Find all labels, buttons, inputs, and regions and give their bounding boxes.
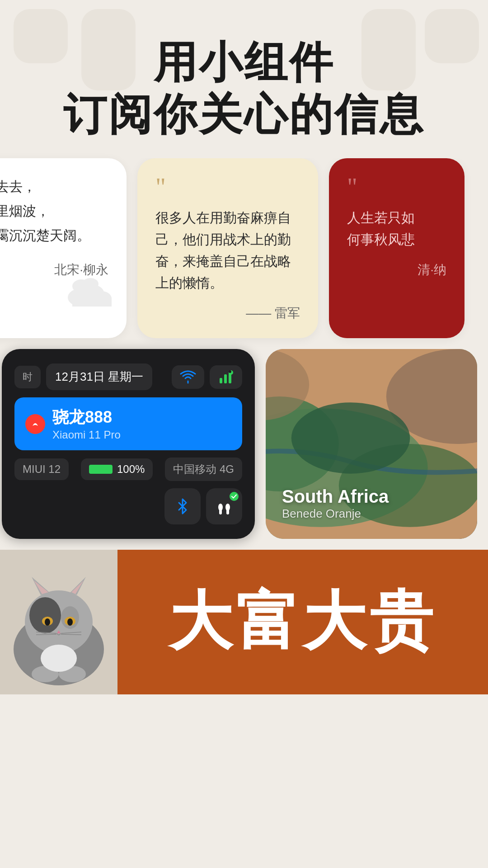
lei-jun-author: —— 雷军 [155,305,300,322]
svg-point-26 [29,597,61,633]
device-battery: 100% [81,458,153,480]
bluetooth-icon [176,497,189,515]
device-date: 12月31日 星期一 [46,363,152,390]
map-country: South Africa [282,486,389,507]
hero-title-line2: 订阅你关心的信息 [27,88,461,140]
battery-percent: 100% [117,463,145,476]
bluetooth-icon-btn [164,488,201,524]
cloud-deco [63,275,117,311]
device-chip-row: 骁龙888 Xiaomi 11 Pro [14,397,242,450]
device-card: 时 12月31日 星期一 [2,349,255,539]
wifi-icon [180,370,196,384]
airpods-icon-btn [206,488,242,524]
device-network: 中国移动 4G [165,458,242,481]
quote-cards-row: 念去去， 千里烟波， 暮霭沉沉楚天阔。 北宋·柳永 " 很多人在用勤奋麻痹自己，… [0,158,488,349]
lei-jun-text: 很多人在用勤奋麻痹自己，他们用战术上的勤奋，来掩盖自己在战略上的懒惰。 [155,207,300,294]
svg-point-35 [67,618,73,626]
quote-mark-cream: " [155,175,300,200]
poem-card: 念去去， 千里烟波， 暮霭沉沉楚天阔。 北宋·柳永 [0,158,127,338]
nalan-author: 清·纳 [347,261,446,278]
wifi-icon-btn [172,365,204,389]
map-region: Benede Oranje [282,507,389,521]
svg-line-38 [36,634,56,635]
svg-line-40 [61,634,81,635]
svg-point-34 [45,618,50,626]
hero-title-line1: 用小组件 [27,36,461,88]
quote-mark-red: " [347,175,446,200]
fortune-card: 大富大贵 [117,550,488,694]
svg-rect-3 [72,297,112,307]
battery-bar [89,465,113,474]
lei-jun-card: " 很多人在用勤奋麻痹自己，他们用战术上的勤奋，来掩盖自己在战略上的懒惰。 ——… [137,158,318,338]
svg-rect-15 [226,509,229,514]
nalan-text: 人生若只如何事秋风悲 [347,207,446,250]
hero-title: 用小组件 订阅你关心的信息 [27,36,461,140]
device-map-row: 时 12月31日 星期一 [0,349,488,550]
svg-point-43 [41,645,77,672]
device-time: 时 [14,366,41,388]
device-os: MIUI 12 [14,458,69,480]
map-card: South Africa Benede Oranje [266,349,477,539]
bottom-row: 大富大贵 [0,550,488,694]
snapdragon-logo [29,418,42,430]
map-card-text: South Africa Benede Oranje [282,486,389,521]
fortune-text: 大富大贵 [169,579,436,665]
svg-rect-6 [220,378,222,383]
check-icon [231,494,237,499]
chip-logo [25,414,45,434]
cat-card [0,550,117,694]
chip-model: Xiaomi 11 Pro [52,429,121,441]
svg-rect-13 [219,509,222,514]
poem-text: 念去去， 千里烟波， 暮霭沉沉楚天阔。 [0,175,108,248]
svg-point-5 [82,278,99,290]
device-bottom-row: MIUI 12 100% 中国移动 4G [14,458,242,481]
nalan-card: " 人生若只如何事秋风悲 清·纳 [329,158,465,338]
hero-section: 用小组件 订阅你关心的信息 [0,0,488,158]
signal-icon-btn [210,365,242,389]
cat-image [0,550,117,694]
signal-icon [218,369,234,385]
svg-point-22 [291,403,410,474]
chip-name: 骁龙888 [52,406,121,429]
airpods-check-badge [230,492,239,501]
svg-point-10 [229,370,231,373]
svg-rect-7 [224,374,227,383]
